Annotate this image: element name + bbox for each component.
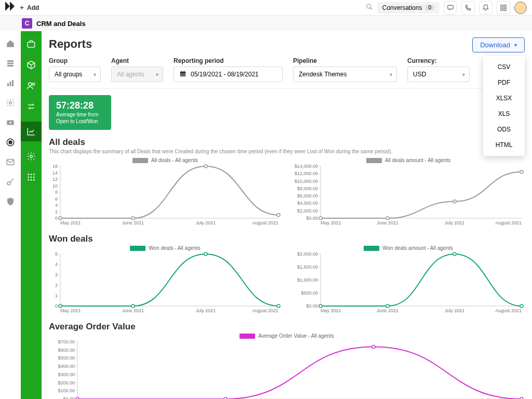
download-option-pdf[interactable]: PDF <box>483 75 525 90</box>
svg-text:1: 1 <box>55 293 58 298</box>
chart-aov: Average Order Value - All agents $0.00$1… <box>49 333 525 399</box>
download-option-csv[interactable]: CSV <box>483 59 525 75</box>
svg-point-25 <box>30 155 33 158</box>
svg-point-15 <box>9 102 12 104</box>
svg-text:$6,000.00: $6,000.00 <box>297 193 318 198</box>
svg-point-32 <box>28 179 29 181</box>
green-transfer-icon[interactable] <box>25 101 37 112</box>
svg-text:2: 2 <box>55 283 58 288</box>
svg-text:5: 5 <box>55 252 58 257</box>
svg-text:$300.00: $300.00 <box>58 372 75 377</box>
chart-all-deals-count: All deals - All agents 0246810121416May … <box>49 157 282 227</box>
svg-text:$1,000.00: $1,000.00 <box>297 277 318 283</box>
conversations-label: Conversations <box>382 4 422 11</box>
svg-point-62 <box>277 214 280 217</box>
svg-text:$2,000.00: $2,000.00 <box>297 252 318 257</box>
svg-text:May 2021: May 2021 <box>60 308 81 313</box>
legend-swatch <box>132 158 148 163</box>
legend-text: Average Order Value - All agents <box>258 333 334 339</box>
svg-point-61 <box>204 165 207 168</box>
rail-shield-icon[interactable] <box>5 196 16 207</box>
period-input[interactable]: 05/19/2021 - 08/19/2021 <box>174 66 283 82</box>
bell-icon[interactable] <box>479 1 493 15</box>
green-chart-icon[interactable] <box>21 122 42 141</box>
download-menu: CSV PDF XLSX XLS ODS HTML <box>483 56 525 156</box>
svg-rect-36 <box>180 71 186 73</box>
chevron-down-icon: ▾ <box>156 72 158 77</box>
rail-analytics-icon[interactable] <box>5 78 16 88</box>
svg-text:July 2021: July 2021 <box>445 308 465 313</box>
rail-video-icon[interactable] <box>5 117 16 128</box>
download-option-xls[interactable]: XLS <box>483 106 525 122</box>
svg-marker-0 <box>5 2 10 11</box>
svg-text:$500.00: $500.00 <box>301 290 318 296</box>
green-briefcase-icon[interactable] <box>25 38 37 50</box>
green-gear-icon[interactable] <box>25 151 37 162</box>
svg-text:12: 12 <box>52 177 58 182</box>
svg-rect-14 <box>12 80 14 86</box>
group-label: Group <box>49 57 101 64</box>
svg-text:August 2021: August 2021 <box>252 220 278 225</box>
agent-select[interactable]: All agents ▾ <box>111 66 163 82</box>
topbar: ＋ Add Conversations 0 <box>0 0 532 16</box>
phone-icon[interactable] <box>461 1 475 15</box>
legend-text: Won deals - All agents <box>149 245 200 251</box>
period-value: 05/19/2021 - 08/19/2021 <box>191 71 259 78</box>
section-all-deals-sub: This chart displays the summary of all D… <box>49 149 525 154</box>
svg-rect-13 <box>10 82 11 86</box>
rail-target-icon[interactable] <box>5 137 16 148</box>
svg-rect-7 <box>501 8 503 10</box>
svg-text:June 2021: June 2021 <box>122 308 144 313</box>
svg-point-60 <box>131 217 135 220</box>
svg-point-87 <box>453 200 456 203</box>
svg-point-29 <box>28 177 29 178</box>
legend-text: All deals - All agents <box>151 157 198 163</box>
svg-point-59 <box>59 217 62 220</box>
search-icon[interactable] <box>366 3 373 12</box>
rail-mail-icon[interactable] <box>5 157 16 167</box>
green-users-icon[interactable] <box>25 80 37 91</box>
add-button[interactable]: ＋ Add <box>19 3 39 12</box>
rail-stack-icon[interactable] <box>5 58 16 69</box>
svg-point-19 <box>9 141 12 144</box>
currency-select[interactable]: USD ▾ <box>407 66 470 82</box>
download-button[interactable]: Download ▾ <box>472 37 525 52</box>
download-option-html[interactable]: HTML <box>483 137 525 153</box>
svg-point-34 <box>33 179 35 181</box>
chart-won-deals-amount: Won deals amount - All agents $0.00$500.… <box>292 245 525 314</box>
svg-text:May 2021: May 2021 <box>321 308 341 313</box>
chat-icon[interactable] <box>444 1 457 15</box>
conversations-button[interactable]: Conversations 0 <box>377 2 440 14</box>
apps-icon[interactable] <box>497 1 510 15</box>
svg-text:$500.00: $500.00 <box>58 355 75 361</box>
chevron-down-icon: ▾ <box>390 72 392 77</box>
chevron-down-icon: ▾ <box>462 72 465 77</box>
currency-value: USD <box>413 71 426 78</box>
chart-all-deals-amount: All deals amount - All agents $0.00$2,00… <box>292 157 525 227</box>
group-select[interactable]: All groups ▾ <box>49 66 101 82</box>
avatar[interactable] <box>514 2 527 14</box>
download-option-xlsx[interactable]: XLSX <box>483 90 525 106</box>
svg-text:$14,000.00: $14,000.00 <box>295 164 318 169</box>
svg-point-130 <box>520 304 523 308</box>
svg-rect-8 <box>504 8 506 10</box>
svg-point-127 <box>319 304 322 308</box>
green-cube-icon[interactable] <box>25 59 37 71</box>
svg-text:$400.00: $400.00 <box>58 364 75 369</box>
svg-text:10: 10 <box>52 183 58 189</box>
agent-label: Agent <box>111 57 163 64</box>
green-grid-icon[interactable] <box>25 171 37 183</box>
divider <box>49 88 525 89</box>
rail-brush-icon[interactable] <box>5 177 16 187</box>
svg-text:4: 4 <box>55 203 58 208</box>
svg-point-27 <box>31 174 32 175</box>
legend-text: All deals amount - All agents <box>385 157 450 163</box>
svg-text:$700.00: $700.00 <box>58 340 75 344</box>
chart-won-deals-count: Won deals - All agents 012345May 2021Jun… <box>49 245 282 314</box>
pipeline-select[interactable]: Zendesk Themes ▾ <box>293 66 397 82</box>
rail-gear-icon[interactable] <box>5 98 16 108</box>
svg-rect-6 <box>504 5 506 7</box>
section-all-deals-title: All deals <box>49 137 525 148</box>
download-option-ods[interactable]: ODS <box>483 122 525 137</box>
rail-home-icon[interactable] <box>5 38 16 49</box>
